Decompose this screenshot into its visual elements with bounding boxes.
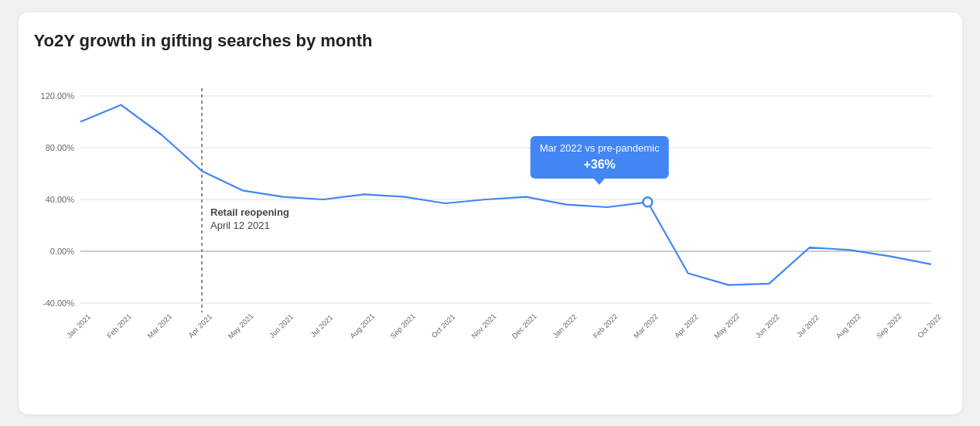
x-label-19: Aug 2022: [834, 312, 862, 340]
x-label-9: Oct 2021: [429, 312, 456, 339]
annotation-line2: April 12 2021: [210, 220, 270, 231]
annotation-line1: Retail reopening: [210, 206, 289, 218]
x-label-5: Jun 2021: [267, 312, 294, 339]
chart-svg: 120.00% 80.00% 40.00% 0.00% -40.00% Reta…: [34, 65, 947, 390]
y-label-80: 80.00%: [45, 143, 74, 152]
x-label-20: Sep 2022: [874, 312, 903, 340]
x-label-12: Jan 2022: [551, 312, 578, 339]
x-label-4: May 2021: [226, 311, 254, 339]
x-label-0: Jan 2021: [64, 312, 91, 339]
chart-container: Yo2Y growth in gifting searches by month…: [19, 12, 962, 414]
x-label-16: May 2022: [712, 311, 740, 339]
x-label-10: Nov 2021: [470, 312, 498, 340]
data-line: [80, 104, 931, 285]
x-label-1: Feb 2021: [104, 312, 132, 339]
chart-title: Yo2Y growth in gifting searches by month: [34, 31, 947, 51]
x-label-3: Apr 2021: [186, 312, 213, 339]
x-label-6: Jul 2021: [309, 312, 334, 338]
x-label-21: Oct 2022: [915, 312, 942, 339]
x-label-11: Dec 2021: [510, 312, 538, 340]
y-label-120: 120.00%: [40, 91, 74, 101]
x-label-18: Jul 2022: [794, 312, 820, 338]
y-label-40: 40.00%: [45, 195, 74, 204]
y-label-0: 0.00%: [50, 247, 73, 256]
y-label-neg40: -40.00%: [43, 298, 74, 308]
x-label-13: Feb 2022: [591, 312, 619, 339]
x-label-8: Sep 2021: [388, 312, 417, 340]
chart-area: 120.00% 80.00% 40.00% 0.00% -40.00% Reta…: [34, 65, 947, 390]
x-label-7: Aug 2021: [347, 312, 376, 340]
x-label-14: Mar 2022: [631, 312, 659, 339]
highlight-point: [643, 197, 652, 206]
x-label-17: Jun 2022: [753, 312, 780, 339]
x-label-15: Apr 2022: [672, 312, 699, 339]
x-label-2: Mar 2021: [145, 312, 173, 339]
